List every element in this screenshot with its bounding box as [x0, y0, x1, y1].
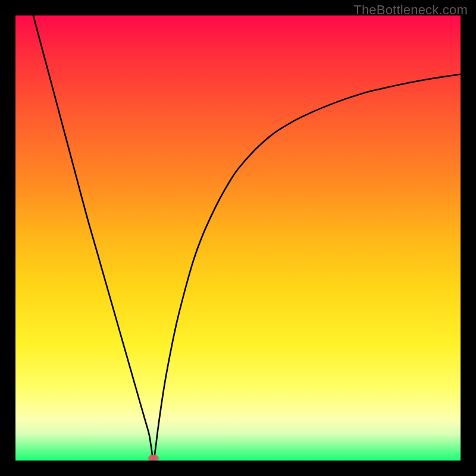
bottleneck-chart [15, 15, 461, 461]
minimum-marker [148, 455, 159, 461]
watermark-text: TheBottleneck.com [353, 2, 468, 18]
plot-area [15, 15, 461, 461]
chart-frame: TheBottleneck.com [0, 0, 476, 476]
bottleneck-curve [33, 15, 461, 461]
